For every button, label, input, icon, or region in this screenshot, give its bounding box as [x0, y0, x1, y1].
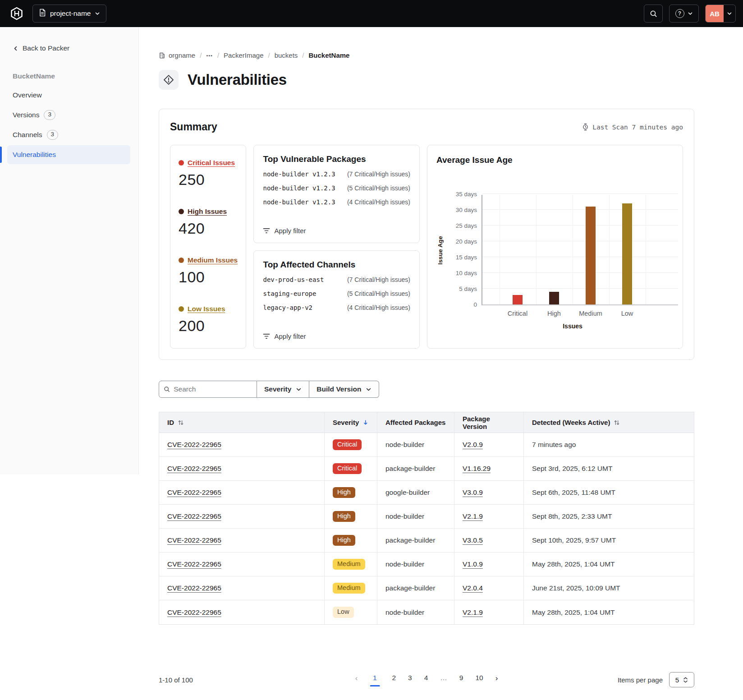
package-version-link[interactable]: V2.0.9	[463, 441, 483, 449]
page-number-3[interactable]: 3	[408, 673, 412, 683]
stat-label-link[interactable]: Low Issues	[188, 305, 225, 313]
severity-badge: Critical	[333, 463, 362, 474]
stat-label-link[interactable]: Critical Issues	[188, 159, 235, 167]
package-version-link[interactable]: V3.0.9	[463, 488, 483, 497]
table-row: CVE-2022-22965Mediumpackage-builderV2.0.…	[159, 576, 694, 600]
package-version-link[interactable]: V2.1.9	[463, 512, 483, 520]
cell-id: CVE-2022-22965	[159, 553, 324, 576]
cell-detected: Sept 8th, 2025, 2:33 UMT	[523, 505, 694, 528]
sidebar-nav: OverviewVersions3Channels3Vulnerabilitie…	[0, 86, 138, 164]
package-version-link[interactable]: V3.0.5	[463, 536, 483, 544]
back-to-packer-link[interactable]: Back to Packer	[0, 27, 138, 52]
column-header-id[interactable]: ID	[159, 412, 324, 433]
cve-link[interactable]: CVE-2022-22965	[167, 536, 221, 544]
table-row: CVE-2022-22965Criticalnode-builderV2.0.9…	[159, 433, 694, 457]
sidebar-item-channels[interactable]: Channels3	[7, 125, 130, 144]
severity-badge: High	[333, 487, 355, 498]
column-header-affected-packages[interactable]: Affected Packages	[377, 412, 454, 433]
x-axis-tick: Low	[621, 310, 633, 317]
build-version-filter-dropdown[interactable]: Build Version	[309, 381, 379, 398]
page-number-label: 1	[373, 673, 377, 683]
next-page-button[interactable]: ›	[495, 673, 498, 684]
bar-low	[622, 203, 632, 304]
severity-dot-icon	[179, 306, 184, 312]
back-label: Back to Packer	[23, 44, 69, 52]
cve-link[interactable]: CVE-2022-22965	[167, 465, 221, 473]
page-number-1[interactable]: 1	[370, 673, 380, 687]
apply-filter-packages-button[interactable]: Apply filter	[263, 221, 410, 235]
search-button[interactable]	[644, 5, 663, 23]
sort-desc-icon	[362, 419, 369, 426]
package-version-link[interactable]: V2.1.9	[463, 608, 483, 617]
breadcrumb-item[interactable]: buckets	[275, 51, 298, 59]
x-axis-tick: High	[547, 310, 561, 317]
cve-link[interactable]: CVE-2022-22965	[167, 608, 221, 617]
average-issue-age-chart-card: Average Issue Age Issue Age 05 days10 da…	[427, 145, 683, 349]
select-chevrons-icon	[683, 677, 688, 683]
breadcrumb-ellipsis[interactable]: •••	[206, 53, 213, 58]
page-number-4[interactable]: 4	[424, 673, 428, 683]
summary-stats: Critical Issues250High Issues420Medium I…	[170, 145, 246, 349]
item-name: node-builder v1.2.3	[263, 184, 335, 192]
search-input[interactable]	[174, 385, 252, 393]
page-number-2[interactable]: 2	[392, 673, 396, 683]
sidebar-item-versions[interactable]: Versions3	[7, 106, 130, 124]
table-row: CVE-2022-22965Lownode-builderV2.1.9May 2…	[159, 600, 694, 624]
breadcrumb-separator: /	[217, 51, 219, 59]
cve-link[interactable]: CVE-2022-22965	[167, 488, 221, 497]
gridline	[536, 195, 537, 304]
package-version-link[interactable]: V1.0.9	[463, 560, 483, 568]
column-header-detected-weeks-active-[interactable]: Detected (Weeks Active)	[523, 412, 694, 433]
sidebar-item-overview[interactable]: Overview	[7, 86, 130, 105]
cve-link[interactable]: CVE-2022-22965	[167, 560, 221, 568]
sidebar-item-label: Channels	[13, 131, 42, 139]
stat-label-link[interactable]: High Issues	[188, 207, 227, 216]
project-selector-button[interactable]: project-name	[32, 5, 106, 23]
cell-id: CVE-2022-22965	[159, 457, 324, 480]
previous-page-button[interactable]: ‹	[355, 673, 358, 684]
help-menu-button[interactable]: ?	[669, 5, 699, 23]
severity-dot-icon	[179, 160, 184, 166]
page-number-9[interactable]: 9	[459, 673, 463, 683]
column-label: Severity	[333, 419, 359, 426]
sidebar: Back to Packer BucketName OverviewVersio…	[0, 27, 139, 474]
package-version-link[interactable]: V1.16.29	[463, 465, 491, 473]
summary-lists: Top Vulnerable Packages node-builder v1.…	[253, 145, 420, 349]
column-header-package-version[interactable]: Package Version	[454, 412, 523, 433]
sidebar-item-vulnerabilities[interactable]: Vulnerabilities	[7, 145, 130, 164]
user-menu-button[interactable]: AB	[705, 5, 736, 23]
items-per-page-select[interactable]: 5	[669, 672, 694, 687]
breadcrumb-item[interactable]: orgname	[159, 51, 195, 59]
apply-filter-channels-button[interactable]: Apply filter	[263, 326, 410, 340]
cell-severity: Medium	[324, 553, 377, 576]
cve-link[interactable]: CVE-2022-22965	[167, 512, 221, 520]
cell-severity: High	[324, 505, 377, 528]
item-issue-count: (4 Critical/High issues)	[347, 198, 410, 206]
count-badge: 3	[44, 110, 55, 120]
chart-plot-area: 05 days10 days15 days20 days25 days30 da…	[482, 195, 678, 305]
items-per-page-value: 5	[675, 676, 679, 684]
cve-link[interactable]: CVE-2022-22965	[167, 441, 221, 449]
severity-filter-dropdown[interactable]: Severity	[257, 381, 309, 398]
page-number-10[interactable]: 10	[475, 673, 483, 683]
stat-label-row: Low Issues	[179, 305, 238, 313]
severity-filter-label: Severity	[264, 385, 291, 393]
severity-dot-icon	[179, 258, 184, 263]
stat-label-link[interactable]: Medium Issues	[188, 256, 238, 264]
item-issue-count: (7 Critical/High issues)	[347, 170, 410, 178]
sort-icon	[614, 419, 620, 426]
active-page-indicator	[370, 685, 380, 686]
breadcrumb-item[interactable]: PackerImage	[224, 51, 263, 59]
y-axis-tick: 0	[473, 301, 477, 308]
cell-severity: Low	[324, 600, 377, 624]
package-version-link[interactable]: V2.0.4	[463, 584, 483, 592]
summary-head: Summary Last Scan 7 minutes ago	[170, 121, 683, 133]
cve-link[interactable]: CVE-2022-22965	[167, 584, 221, 592]
breadcrumb-current: BucketName	[309, 51, 350, 59]
hashicorp-logo-icon[interactable]	[9, 6, 24, 21]
gridline	[500, 195, 500, 304]
stat-value: 420	[179, 220, 238, 237]
summary-body: Critical Issues250High Issues420Medium I…	[170, 145, 683, 349]
column-header-severity[interactable]: Severity	[324, 412, 377, 433]
vulnerabilities-table: IDSeverityAffected PackagesPackage Versi…	[159, 412, 694, 625]
